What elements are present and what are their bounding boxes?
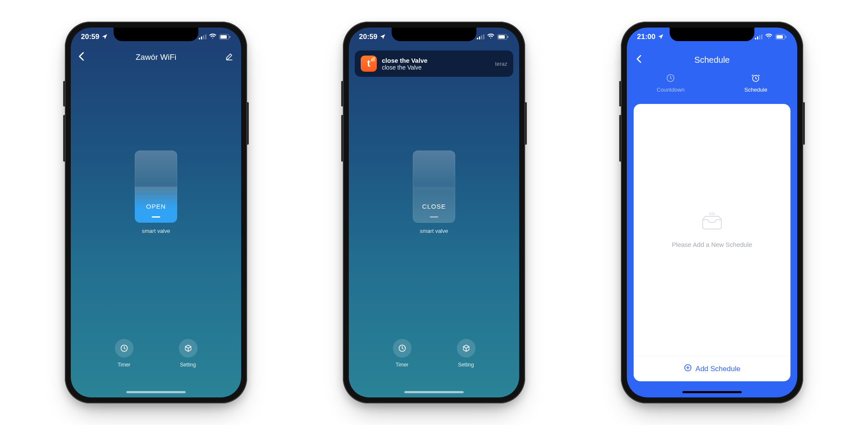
setting-label: Setting (180, 362, 196, 368)
nav-bar: Schedule (627, 51, 797, 68)
screen-valve-close: 20:59 t close the Valve (349, 28, 519, 397)
home-indicator[interactable] (404, 391, 464, 393)
timer-button[interactable]: Timer (115, 339, 134, 368)
cube-icon (457, 339, 476, 358)
home-indicator[interactable] (126, 391, 186, 393)
valve-state-label: OPEN (135, 203, 177, 210)
cellular-icon (755, 34, 762, 39)
phone-mockup: 20:59 t close the Valve (343, 22, 525, 403)
tuya-app-icon: t (361, 56, 377, 72)
home-indicator[interactable] (682, 391, 742, 393)
edit-button[interactable] (225, 52, 234, 62)
alarm-icon (751, 73, 760, 84)
setting-button[interactable]: Setting (179, 339, 198, 368)
tab-schedule[interactable]: Schedule (744, 73, 767, 93)
screen-valve-open: 20:59 Zawór WiFi (71, 28, 241, 397)
valve-toggle[interactable]: CLOSE (413, 151, 455, 223)
valve-caption: smart valve (413, 228, 455, 234)
svg-rect-10 (785, 36, 787, 38)
timer-label: Timer (117, 362, 130, 368)
valve-toggle[interactable]: OPEN (135, 151, 177, 223)
clock-icon (666, 73, 675, 84)
setting-button[interactable]: Setting (457, 339, 476, 368)
add-schedule-label: Add Schedule (696, 365, 740, 373)
timer-label: Timer (395, 362, 408, 368)
notch (114, 28, 198, 41)
tab-schedule-label: Schedule (744, 87, 767, 93)
notch (670, 28, 754, 41)
nav-bar: Zawór WiFi (71, 48, 241, 67)
tab-countdown-label: Countdown (657, 87, 685, 93)
battery-icon (497, 34, 509, 40)
page-title: Zawór WiFi (136, 53, 176, 62)
setting-label: Setting (458, 362, 474, 368)
wifi-icon (765, 33, 773, 41)
notification-title: close the Valve (382, 57, 490, 64)
page-title: Schedule (694, 55, 729, 65)
cellular-icon (199, 34, 206, 39)
timer-button[interactable]: Timer (393, 339, 412, 368)
screen-schedule: 21:00 Schedule (627, 28, 797, 397)
add-schedule-button[interactable]: Add Schedule (634, 356, 790, 381)
cube-icon (179, 339, 198, 358)
notification-banner[interactable]: t close the Valve close the Valve teraz (355, 50, 513, 77)
notch (392, 28, 476, 41)
battery-icon (219, 34, 231, 40)
notification-body: close the Valve (382, 64, 490, 71)
inbox-icon (700, 212, 724, 232)
back-button[interactable] (78, 52, 84, 63)
svg-rect-9 (776, 35, 783, 39)
status-time: 20:59 (359, 33, 377, 41)
tab-countdown[interactable]: Countdown (657, 73, 685, 93)
empty-text: Please Add a New Schedule (672, 241, 752, 248)
svg-rect-2 (229, 36, 231, 38)
battery-icon (775, 34, 787, 40)
status-time: 21:00 (637, 33, 655, 41)
location-icon (658, 34, 664, 41)
svg-rect-1 (220, 35, 227, 39)
valve-caption: smart valve (135, 228, 177, 234)
schedule-card: Please Add a New Schedule Add Schedule (634, 104, 790, 381)
status-time: 20:59 (81, 33, 99, 41)
cellular-icon (477, 34, 484, 39)
back-button[interactable] (636, 55, 642, 65)
valve-state-label: CLOSE (413, 203, 455, 210)
empty-state: Please Add a New Schedule (634, 104, 790, 356)
plus-circle-icon (684, 363, 692, 374)
wifi-icon (209, 33, 217, 41)
svg-rect-6 (507, 36, 509, 38)
clock-icon (393, 339, 412, 358)
wifi-icon (487, 33, 495, 41)
svg-rect-5 (498, 35, 505, 39)
clock-icon (115, 339, 134, 358)
location-icon (102, 34, 108, 41)
phone-mockup: 20:59 Zawór WiFi (65, 22, 247, 403)
phone-mockup: 21:00 Schedule (621, 22, 803, 403)
location-icon (380, 34, 386, 41)
notification-time: teraz (495, 61, 507, 67)
